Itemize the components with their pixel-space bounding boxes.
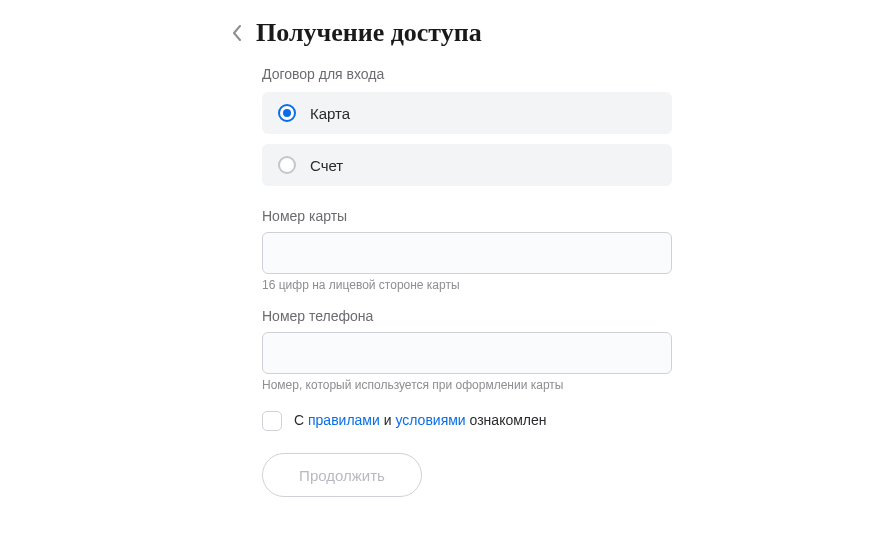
radio-label-card: Карта [310, 105, 350, 122]
agreement-prefix: С [294, 412, 308, 428]
continue-button-label: Продолжить [299, 467, 385, 484]
card-number-hint: 16 цифр на лицевой стороне карты [262, 278, 672, 292]
agreement-text: С правилами и условиями ознакомлен [294, 410, 547, 430]
phone-label: Номер телефона [262, 308, 672, 324]
radio-option-account[interactable]: Счет [262, 144, 672, 186]
back-icon[interactable] [232, 25, 242, 41]
card-number-input[interactable] [262, 232, 672, 274]
contract-section-label: Договор для входа [262, 66, 672, 82]
phone-input[interactable] [262, 332, 672, 374]
rules-link[interactable]: правилами [308, 412, 380, 428]
agreement-mid: и [380, 412, 396, 428]
phone-hint: Номер, который используется при оформлен… [262, 378, 672, 392]
radio-label-account: Счет [310, 157, 343, 174]
radio-icon-unselected [278, 156, 296, 174]
terms-link[interactable]: условиями [395, 412, 465, 428]
page-title: Получение доступа [256, 18, 482, 48]
contract-radio-group: Карта Счет [262, 92, 672, 186]
card-number-label: Номер карты [262, 208, 672, 224]
radio-option-card[interactable]: Карта [262, 92, 672, 134]
agreement-checkbox[interactable] [262, 411, 282, 431]
agreement-suffix: ознакомлен [466, 412, 547, 428]
continue-button[interactable]: Продолжить [262, 453, 422, 497]
radio-icon-selected [278, 104, 296, 122]
